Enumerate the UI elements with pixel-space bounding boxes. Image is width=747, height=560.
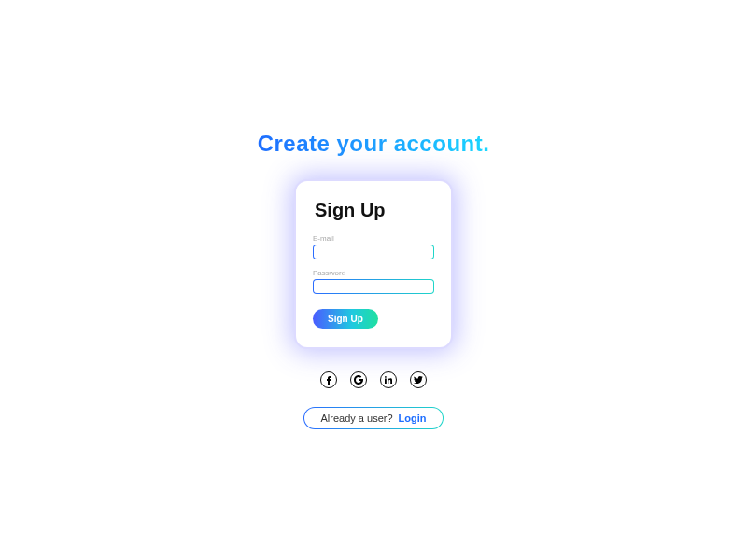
password-label: Password bbox=[313, 269, 434, 277]
login-link[interactable]: Login bbox=[399, 413, 427, 424]
google-icon[interactable] bbox=[350, 371, 367, 388]
page-title: Create your account. bbox=[258, 131, 490, 157]
facebook-icon[interactable] bbox=[320, 371, 337, 388]
svg-point-1 bbox=[385, 376, 387, 378]
svg-rect-0 bbox=[385, 379, 387, 385]
email-label: E-mail bbox=[313, 234, 434, 243]
login-prompt-text: Already a user? bbox=[321, 413, 393, 424]
twitter-icon[interactable] bbox=[410, 371, 427, 388]
login-pill: Already a user? Login bbox=[303, 407, 444, 429]
signup-page: Create your account. Sign Up E-mail Pass… bbox=[0, 0, 747, 560]
social-row bbox=[320, 371, 427, 388]
linkedin-icon[interactable] bbox=[380, 371, 397, 388]
card-heading: Sign Up bbox=[315, 200, 434, 221]
email-field[interactable] bbox=[314, 245, 433, 259]
signup-card: Sign Up E-mail Password Sign Up bbox=[294, 179, 453, 349]
password-field[interactable] bbox=[314, 280, 433, 293]
signup-button[interactable]: Sign Up bbox=[313, 309, 378, 329]
email-field-wrap bbox=[313, 245, 434, 259]
password-field-wrap bbox=[313, 279, 434, 294]
